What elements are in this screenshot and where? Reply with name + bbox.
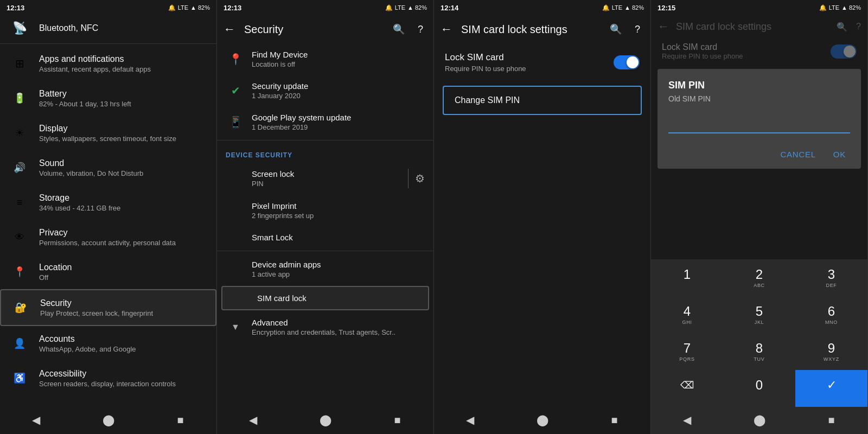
security-text: Security Play Protect, screen lock, fing… bbox=[40, 298, 207, 317]
screen-lock-text: Screen lock PIN bbox=[252, 169, 401, 188]
recents-nav-4[interactable]: ■ bbox=[823, 411, 840, 429]
sim-lock-text: SIM card lock bbox=[257, 293, 419, 303]
back-nav-3[interactable]: ◀ bbox=[462, 411, 479, 429]
list-item-display[interactable]: ☀ Display Styles, wallpapers, screen tim… bbox=[0, 116, 216, 150]
list-item-sound[interactable]: 🔊 Sound Volume, vibration, Do Not Distur… bbox=[0, 150, 216, 185]
recents-nav-2[interactable]: ■ bbox=[389, 411, 406, 429]
nav-bar-4: ◀ ⬤ ■ bbox=[651, 407, 867, 434]
back-nav-4[interactable]: ◀ bbox=[679, 411, 696, 429]
list-item-accessibility[interactable]: ♿ Accessibility Screen readers, display,… bbox=[0, 361, 216, 395]
dialog-subtitle: Old SIM PIN bbox=[668, 94, 850, 103]
status-bar-3: 12:14 🔔 LTE ▲ 82% bbox=[434, 0, 650, 15]
recents-nav-1[interactable]: ■ bbox=[172, 411, 189, 429]
numpad-1[interactable]: 1 bbox=[651, 259, 723, 296]
status-icons-2: 🔔 LTE ▲ 82% bbox=[385, 4, 427, 11]
sound-text: Sound Volume, vibration, Do Not Disturb bbox=[39, 158, 208, 177]
lock-sim-row: Lock SIM card Require PIN to use phone bbox=[434, 43, 650, 81]
ok-button[interactable]: OK bbox=[829, 146, 850, 162]
battery-icon-4: ▲ 82% bbox=[841, 4, 861, 11]
location-icon: 📍 bbox=[9, 261, 30, 283]
sim-card-lock-item[interactable]: SIM card lock bbox=[221, 286, 429, 310]
numpad-9[interactable]: 9 WXYZ bbox=[795, 333, 867, 370]
back-nav-1[interactable]: ◀ bbox=[28, 411, 45, 429]
accounts-icon: 👤 bbox=[9, 333, 30, 354]
numpad-5[interactable]: 5 JKL bbox=[723, 296, 795, 333]
security-update-text: Security update 1 January 2020 bbox=[252, 81, 425, 100]
signal-icon: LTE bbox=[178, 4, 188, 11]
home-nav-2[interactable]: ⬤ bbox=[317, 411, 334, 429]
back-nav-2[interactable]: ◀ bbox=[245, 411, 262, 429]
list-item-apps-notifications[interactable]: ⊞ Apps and notifications Assistant, rece… bbox=[0, 46, 216, 81]
security-update-icon: ✔ bbox=[226, 84, 245, 97]
settings-list: 📡 Bluetooth, NFC ⊞ Apps and notification… bbox=[0, 15, 216, 407]
lock-sim-subtitle: Require PIN to use phone bbox=[445, 65, 526, 73]
toolbar-icons-3: 🔍 ? bbox=[609, 23, 644, 36]
battery-icon: ▲ 82% bbox=[190, 4, 210, 11]
cancel-button[interactable]: Cancel bbox=[776, 146, 820, 162]
change-sim-btn[interactable]: Change SIM PIN bbox=[443, 86, 642, 115]
numpad-confirm[interactable]: ✓ bbox=[795, 370, 867, 407]
device-admin-item[interactable]: Device admin apps 1 active app bbox=[217, 253, 433, 285]
numpad-8[interactable]: 8 TUV bbox=[723, 333, 795, 370]
find-my-device-item[interactable]: 📍 Find My Device Location is off bbox=[217, 43, 433, 75]
back-button-3[interactable]: ← bbox=[441, 22, 452, 36]
search-icon-2[interactable]: 🔍 bbox=[392, 23, 405, 36]
numpad: 1 2 ABC 3 DEF 4 GHI 5 JKL 6 MNO 7 PQRS 8 bbox=[651, 259, 867, 407]
pixel-imprint-item[interactable]: Pixel Imprint 2 fingerprints set up bbox=[217, 195, 433, 226]
panel-settings-main: 12:13 🔔 LTE ▲ 82% 📡 Bluetooth, NFC ⊞ App… bbox=[0, 0, 217, 434]
security-update-item[interactable]: ✔ Security update 1 January 2020 bbox=[217, 75, 433, 106]
back-button-2[interactable]: ← bbox=[224, 22, 235, 36]
list-item-battery[interactable]: 🔋 Battery 82% - About 1 day, 13 hrs left bbox=[0, 81, 216, 116]
numpad-7[interactable]: 7 PQRS bbox=[651, 333, 723, 370]
play-system-update-item[interactable]: 📱 Google Play system update 1 December 2… bbox=[217, 106, 433, 138]
recents-nav-3[interactable]: ■ bbox=[606, 411, 623, 429]
numpad-3[interactable]: 3 DEF bbox=[795, 259, 867, 296]
security-toolbar: ← Security 🔍 ? bbox=[217, 15, 433, 43]
list-item-storage[interactable]: ≡ Storage 34% used - 42.11 GB free bbox=[0, 185, 216, 220]
list-item-privacy[interactable]: 👁 Privacy Permissions, account activity,… bbox=[0, 220, 216, 254]
help-icon-2[interactable]: ? bbox=[414, 23, 427, 36]
panel-sim-pin: 12:15 🔔 LTE ▲ 82% ← SIM card lock settin… bbox=[651, 0, 868, 434]
numpad-4[interactable]: 4 GHI bbox=[651, 296, 723, 333]
numpad-delete[interactable]: ⌫ bbox=[651, 370, 723, 407]
play-update-text: Google Play system update 1 December 201… bbox=[252, 113, 425, 131]
time-4: 12:15 bbox=[658, 4, 675, 12]
list-item-location[interactable]: 📍 Location Off bbox=[0, 254, 216, 289]
battery-list-icon: 🔋 bbox=[9, 87, 30, 109]
search-icon-3[interactable]: 🔍 bbox=[609, 23, 622, 36]
smart-lock-item[interactable]: Smart Lock bbox=[217, 226, 433, 248]
battery-icon-3: ▲ 82% bbox=[624, 4, 644, 11]
list-item-bluetooth[interactable]: 📡 Bluetooth, NFC bbox=[0, 15, 216, 41]
alarm-icon: 🔔 bbox=[168, 4, 176, 11]
privacy-icon: 👁 bbox=[9, 226, 30, 248]
lte-icon-2: LTE bbox=[395, 4, 405, 11]
lock-sim-toggle[interactable] bbox=[614, 55, 640, 69]
sim-pin-dialog: SIM PIN Old SIM PIN Cancel OK bbox=[658, 69, 861, 169]
status-icons-4: 🔔 LTE ▲ 82% bbox=[819, 4, 861, 11]
accessibility-icon: ♿ bbox=[9, 367, 30, 389]
accounts-text: Accounts WhatsApp, Adobe, and Google bbox=[39, 334, 208, 353]
find-device-icon: 📍 bbox=[226, 53, 245, 66]
home-nav-1[interactable]: ⬤ bbox=[100, 411, 117, 429]
numpad-0[interactable]: 0 bbox=[723, 370, 795, 407]
advanced-item[interactable]: ▼ Advanced Encryption and credentials, T… bbox=[217, 311, 433, 343]
list-item-security[interactable]: 🔐 Security Play Protect, screen lock, fi… bbox=[0, 289, 216, 326]
numpad-6[interactable]: 6 MNO bbox=[795, 296, 867, 333]
screen-lock-item[interactable]: Screen lock PIN ⚙ bbox=[217, 162, 433, 195]
screen-lock-gear[interactable]: ⚙ bbox=[415, 172, 425, 185]
sound-icon: 🔊 bbox=[9, 157, 30, 178]
time-1: 12:13 bbox=[7, 4, 24, 12]
help-icon-3[interactable]: ? bbox=[631, 23, 644, 36]
home-nav-3[interactable]: ⬤ bbox=[534, 411, 551, 429]
nav-bar-2: ◀ ⬤ ■ bbox=[217, 407, 433, 434]
dialog-actions: Cancel OK bbox=[668, 146, 850, 162]
numpad-2[interactable]: 2 ABC bbox=[723, 259, 795, 296]
sim-lock-title: SIM card lock settings bbox=[461, 23, 609, 36]
home-nav-4[interactable]: ⬤ bbox=[751, 411, 768, 429]
nav-bar-1: ◀ ⬤ ■ bbox=[0, 407, 216, 434]
toggle-dimmed bbox=[831, 44, 857, 59]
lock-sim-text: Lock SIM card Require PIN to use phone bbox=[445, 52, 526, 73]
list-item-accounts[interactable]: 👤 Accounts WhatsApp, Adobe, and Google bbox=[0, 326, 216, 361]
security-title: Security bbox=[244, 23, 392, 36]
pin-input[interactable] bbox=[668, 114, 850, 133]
